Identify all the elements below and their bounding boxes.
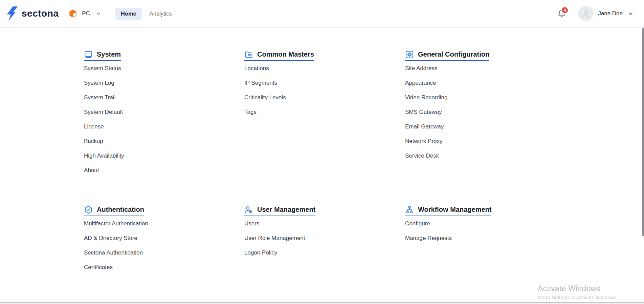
avatar[interactable] <box>578 6 594 21</box>
workflow-icon <box>405 205 414 214</box>
tab-analytics[interactable]: Analytics <box>144 8 178 20</box>
section-title: General Configuration <box>418 50 489 58</box>
menu-item-system-default[interactable]: System Default <box>84 105 123 119</box>
section-title: Workflow Management <box>418 206 491 214</box>
section-header: Common Masters <box>244 51 314 61</box>
watermark-line2: Go to Settings to activate Windows. <box>538 295 618 300</box>
section-item-list: LocationsIP SegmentsCriticality LevelsTa… <box>244 61 390 119</box>
menu-item-users[interactable]: Users <box>244 216 259 231</box>
section-item-list: System StatusSystem LogSystem TrailSyste… <box>84 61 229 178</box>
menu-section-user-management: User Management UsersUser Role Managemen… <box>244 206 390 260</box>
menu-section-workflow-management: Workflow Management ConfigureManage Requ… <box>405 206 551 245</box>
menu-item-user-role-management[interactable]: User Role Management <box>244 231 305 245</box>
menu-item-logon-policy[interactable]: Logon Policy <box>244 245 277 260</box>
monitor-icon <box>84 50 93 59</box>
menu-item-sectona-authentication[interactable]: Sectona Authentication <box>84 245 143 260</box>
menu-item-site-address[interactable]: Site Address <box>405 61 437 76</box>
notifications-button[interactable]: 0 <box>557 8 567 19</box>
menu-item-criticality-levels[interactable]: Criticality Levels <box>244 90 286 105</box>
menu-section-general-configuration: General Configuration Site AddressAppear… <box>405 51 551 163</box>
menu-item-multifactor-authentication[interactable]: Multifactor Authentication <box>84 216 148 231</box>
menu-item-configure[interactable]: Configure <box>405 216 430 231</box>
tab-home[interactable]: Home <box>115 8 142 20</box>
section-title: User Management <box>257 206 315 214</box>
menu-item-network-proxy[interactable]: Network Proxy <box>405 134 443 148</box>
menu-item-appearance[interactable]: Appearance <box>405 76 436 90</box>
section-item-list: ConfigureManage Requests <box>405 216 551 245</box>
menu-item-service-desk[interactable]: Service Desk <box>405 148 439 163</box>
section-header: System <box>84 51 121 61</box>
product-selector[interactable]: PC <box>69 9 102 18</box>
menu-item-ip-segments[interactable]: IP Segments <box>244 76 277 90</box>
horizontal-scrollbar-track[interactable] <box>0 302 644 304</box>
cube-icon <box>69 9 77 18</box>
menu-item-about[interactable]: About <box>84 163 99 178</box>
menu-item-system-log[interactable]: System Log <box>84 76 114 90</box>
watermark-line1: Activate Windows <box>538 284 618 293</box>
gear-square-icon <box>405 50 414 59</box>
vertical-scrollbar-thumb[interactable] <box>642 28 644 236</box>
menu-item-email-gateway[interactable]: Email Gateway <box>405 119 444 134</box>
topbar-right-cluster: 0 Jane Doe <box>557 6 634 21</box>
section-header: User Management <box>244 206 315 216</box>
menu-item-high-availability[interactable]: High Availability <box>84 148 124 163</box>
folder-list-icon <box>244 50 253 59</box>
menu-item-certificates[interactable]: Certificates <box>84 260 113 275</box>
menu-item-sms-gateway[interactable]: SMS Gateway <box>405 105 442 119</box>
notification-count-badge: 0 <box>561 6 569 14</box>
lightning-bolt-icon <box>6 5 18 22</box>
menu-item-tags[interactable]: Tags <box>244 105 257 119</box>
menu-item-license[interactable]: License <box>84 119 104 134</box>
chevron-down-icon[interactable] <box>627 11 634 17</box>
menu-item-locations[interactable]: Locations <box>244 61 269 76</box>
section-item-list: UsersUser Role ManagementLogon Policy <box>244 216 390 260</box>
section-title: Authentication <box>97 206 144 214</box>
menu-section-system: System System StatusSystem LogSystem Tra… <box>84 51 229 178</box>
menu-section-authentication: Authentication Multifactor Authenticatio… <box>84 206 229 275</box>
section-title: System <box>97 50 121 58</box>
menu-item-backup[interactable]: Backup <box>84 134 103 148</box>
menu-item-system-trail[interactable]: System Trail <box>84 90 116 105</box>
section-header: Authentication <box>84 206 144 216</box>
menu-section-common-masters: Common Masters LocationsIP SegmentsCriti… <box>244 51 390 119</box>
chevron-down-icon <box>95 11 102 17</box>
section-header: General Configuration <box>405 51 489 61</box>
menu-item-ad-directory-store[interactable]: AD & Directory Store <box>84 231 137 245</box>
section-item-list: Site AddressAppearanceVideo RecordingSMS… <box>405 61 551 163</box>
section-header: Workflow Management <box>405 206 491 216</box>
windows-activation-watermark: Activate Windows Go to Settings to activ… <box>538 284 618 300</box>
section-title: Common Masters <box>257 50 314 58</box>
user-name[interactable]: Jane Doe <box>598 10 623 17</box>
brand-wordmark: sectona <box>22 8 59 19</box>
top-navigation-bar: sectona PC Home Analytics 0 <box>0 0 644 27</box>
menu-item-system-status[interactable]: System Status <box>84 61 121 76</box>
section-item-list: Multifactor AuthenticationAD & Directory… <box>84 216 229 275</box>
user-gear-icon <box>244 205 253 214</box>
shield-check-icon <box>84 205 93 214</box>
menu-item-manage-requests[interactable]: Manage Requests <box>405 231 452 245</box>
sectona-logo[interactable]: sectona <box>6 5 59 22</box>
product-selector-label: PC <box>82 10 90 17</box>
menu-item-video-recording[interactable]: Video Recording <box>405 90 447 105</box>
main-tabs: Home Analytics <box>115 8 178 20</box>
